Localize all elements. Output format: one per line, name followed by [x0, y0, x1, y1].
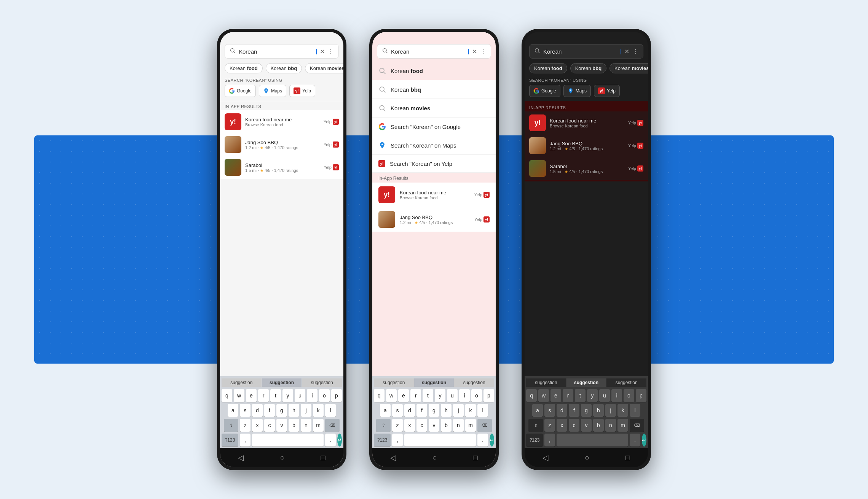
key-q[interactable]: q	[222, 389, 232, 402]
key-2-v[interactable]: v	[429, 419, 439, 432]
nav-home-2[interactable]: ○	[432, 453, 437, 462]
key-t[interactable]: t	[270, 389, 281, 402]
nav-recents-3[interactable]: □	[625, 453, 630, 462]
key-2-period[interactable]: .	[477, 434, 488, 447]
key-2-enter[interactable]: ↵	[490, 434, 494, 447]
search-using-google-3[interactable]: Google	[529, 85, 560, 97]
key-2-o[interactable]: o	[471, 389, 482, 402]
key-3-f[interactable]: f	[569, 404, 579, 417]
chip-3-korean-movies[interactable]: Korean movies	[610, 63, 648, 73]
key-3-x[interactable]: x	[557, 419, 567, 432]
key-p[interactable]: p	[331, 389, 342, 402]
key-2-comma[interactable]: ,	[392, 434, 403, 447]
key-3-comma[interactable]: ,	[544, 434, 555, 447]
nav-back[interactable]: ◁	[238, 453, 244, 462]
key-x[interactable]: x	[252, 419, 263, 432]
key-3-n[interactable]: n	[605, 419, 616, 432]
chip-korean-food[interactable]: Korean food	[225, 63, 263, 73]
key-delete[interactable]: ⌫	[325, 419, 340, 432]
search-using-maps-3[interactable]: Maps	[563, 85, 591, 97]
dropdown-item-movies[interactable]: Korean movies	[372, 99, 496, 118]
key-j[interactable]: j	[301, 404, 311, 417]
key-g[interactable]: g	[276, 404, 287, 417]
result-item-3-3[interactable]: Sarabol 1.5 mi · ★ 4/5 · 1,470 ratings Y…	[525, 157, 648, 180]
key-d[interactable]: d	[252, 404, 263, 417]
key-k[interactable]: k	[313, 404, 324, 417]
chip-3-korean-bbq[interactable]: Korean bbq	[570, 63, 606, 73]
key-2-x[interactable]: x	[404, 419, 415, 432]
key-3-space[interactable]	[557, 434, 628, 447]
key-2-c[interactable]: c	[416, 419, 427, 432]
nav-home-3[interactable]: ○	[584, 453, 589, 462]
key-2-e[interactable]: e	[398, 389, 409, 402]
key-comma[interactable]: ,	[240, 434, 251, 447]
key-3-d[interactable]: d	[557, 404, 567, 417]
key-shift[interactable]: ⇧	[224, 419, 238, 432]
key-3-enter[interactable]: ↵	[642, 434, 646, 447]
key-3-s[interactable]: s	[544, 404, 555, 417]
key-2-r[interactable]: r	[410, 389, 421, 402]
key-m[interactable]: m	[313, 419, 324, 432]
key-2-delete[interactable]: ⌫	[477, 419, 492, 432]
phone-1-search-bar[interactable]: Korean ✕ ⋮	[225, 44, 339, 59]
nav-recents-2[interactable]: □	[473, 453, 477, 462]
phone-3-search-bar[interactable]: Korean ✕ ⋮	[529, 44, 643, 59]
key-3-a[interactable]: a	[532, 404, 543, 417]
key-f[interactable]: f	[264, 404, 275, 417]
key-2-f[interactable]: f	[416, 404, 427, 417]
dropdown-item-food[interactable]: Korean food	[372, 62, 496, 80]
nav-recents[interactable]: □	[321, 453, 325, 462]
key-2-y[interactable]: y	[435, 389, 445, 402]
search-using-yelp[interactable]: y! Yelp	[289, 85, 315, 97]
result-item-3-2[interactable]: Jang Soo BBQ 1.2 mi · ★ 4/5 · 1,470 rati…	[525, 134, 648, 157]
key-2-w[interactable]: w	[386, 389, 397, 402]
nav-home[interactable]: ○	[280, 453, 284, 462]
key-3-period[interactable]: .	[630, 434, 640, 447]
clear-button[interactable]: ✕	[320, 48, 325, 55]
more-button[interactable]: ⋮	[328, 48, 334, 55]
key-2-i[interactable]: i	[459, 389, 470, 402]
key-2-z[interactable]: z	[392, 419, 403, 432]
key-v[interactable]: v	[276, 419, 287, 432]
key-2-q[interactable]: q	[374, 389, 385, 402]
key-enter[interactable]: ↵	[337, 434, 342, 447]
key-s[interactable]: s	[240, 404, 251, 417]
chip-korean-movies[interactable]: Korean movies	[305, 63, 343, 73]
key-2-j[interactable]: j	[453, 404, 464, 417]
key-num[interactable]: ?123	[222, 434, 238, 447]
key-o[interactable]: o	[319, 389, 330, 402]
key-3-b[interactable]: b	[593, 419, 604, 432]
result-item-3[interactable]: Sarabol 1.5 mi · ★ 4/5 · 1,470 ratings Y…	[220, 156, 343, 179]
dropdown-item-yelp[interactable]: y! Search "Korean" on Yelp	[372, 155, 496, 173]
key-2-space[interactable]	[404, 434, 476, 447]
key-3-u[interactable]: u	[599, 389, 610, 402]
key-3-w[interactable]: w	[538, 389, 549, 402]
key-3-o[interactable]: o	[624, 389, 634, 402]
key-2-m[interactable]: m	[465, 419, 476, 432]
suggestion-3[interactable]: suggestion	[302, 378, 342, 387]
dropdown-item-maps[interactable]: Search "Korean" on Maps	[372, 136, 496, 155]
suggestion-3-2[interactable]: suggestion	[566, 378, 606, 387]
key-h[interactable]: h	[289, 404, 299, 417]
key-3-delete[interactable]: ⌫	[630, 419, 644, 432]
key-period[interactable]: .	[325, 434, 336, 447]
key-n[interactable]: n	[301, 419, 311, 432]
key-l[interactable]: l	[325, 404, 336, 417]
key-r[interactable]: r	[258, 389, 269, 402]
suggestion-2-2[interactable]: suggestion	[414, 378, 454, 387]
result-item-1[interactable]: y! Korean food near me Browse Korean foo…	[220, 110, 343, 133]
key-2-s[interactable]: s	[392, 404, 403, 417]
more-button-2[interactable]: ⋮	[480, 48, 486, 55]
dropdown-result-2[interactable]: Jang Soo BBQ 1.2 mi · ★ 4/5 · 1,470 rati…	[372, 207, 496, 232]
key-w[interactable]: w	[234, 389, 244, 402]
more-button-3[interactable]: ⋮	[632, 48, 638, 55]
suggestion-2-1[interactable]: suggestion	[374, 378, 414, 387]
key-2-h[interactable]: h	[441, 404, 452, 417]
key-3-j[interactable]: j	[605, 404, 616, 417]
clear-button-3[interactable]: ✕	[624, 48, 629, 55]
key-e[interactable]: e	[246, 389, 257, 402]
result-item-3-1[interactable]: y! Korean food near me Browse Korean foo…	[525, 111, 648, 134]
key-2-p[interactable]: p	[483, 389, 494, 402]
key-2-shift[interactable]: ⇧	[376, 419, 391, 432]
chip-3-korean-food[interactable]: Korean food	[529, 63, 567, 73]
